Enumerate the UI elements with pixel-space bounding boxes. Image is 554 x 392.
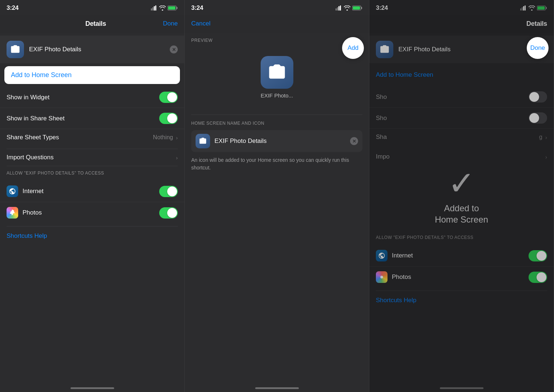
svg-rect-3 <box>155 5 156 11</box>
nav-bar-middle: Cancel Add <box>185 15 369 33</box>
photos-row-right[interactable]: Photos <box>369 267 554 288</box>
add-home-link-right[interactable]: Add to Home Screen <box>369 66 554 84</box>
photos-toggle-left[interactable] <box>159 207 178 219</box>
share-types-row-left[interactable]: Share Sheet Types Nothing › <box>0 129 184 146</box>
camera-icon-left <box>10 44 20 55</box>
status-icons-left <box>151 5 178 11</box>
svg-rect-20 <box>538 7 545 10</box>
nothing-value: Nothing <box>153 134 173 141</box>
status-bar-middle: 3:24 <box>185 0 369 15</box>
shortcuts-help-right[interactable]: Shortcuts Help <box>369 291 554 310</box>
checkmark-icon: ✓ <box>448 167 475 200</box>
internet-toggle-right[interactable] <box>529 250 547 261</box>
preview-app-name: EXIF Photo... <box>261 92 293 99</box>
status-time-middle: 3:24 <box>191 4 203 12</box>
access-section-right: Internet Photos <box>369 245 554 288</box>
internet-row-right[interactable]: Internet <box>369 245 554 267</box>
shortcut-row-left: EXIF Photo Details ✕ <box>0 36 184 63</box>
app-icon-left <box>7 41 24 58</box>
sho1-toggle-right[interactable] <box>529 91 547 103</box>
photos-label-right: Photos <box>392 273 411 281</box>
photos-toggle-right[interactable] <box>529 272 547 283</box>
chevron-icon: › <box>176 135 178 141</box>
flower-icon <box>9 209 16 216</box>
content-right: EXIF Photo Details ✕ Add to Home Screen … <box>369 33 554 310</box>
photos-label-left: Photos <box>23 209 42 216</box>
cancel-button[interactable]: Cancel <box>191 20 210 27</box>
sho2-toggle-right[interactable] <box>529 112 547 124</box>
status-bar-left: 3:24 <box>0 0 184 15</box>
shortcuts-help-left[interactable]: Shortcuts Help <box>0 227 184 245</box>
preview-section: PREVIEW EXIF Photo... <box>185 33 369 115</box>
show-widget-toggle[interactable] <box>159 92 178 103</box>
internet-row-left[interactable]: Internet <box>0 181 184 202</box>
home-screen-description: An icon will be added to your Home scree… <box>191 156 362 172</box>
done-button-left[interactable]: Done <box>163 20 178 27</box>
import-label-right: Impo <box>376 153 390 160</box>
internet-icon-right <box>376 250 388 261</box>
signal-icon-m <box>336 5 342 11</box>
home-indicator-right <box>440 387 483 389</box>
svg-rect-5 <box>177 7 177 9</box>
svg-rect-16 <box>523 6 524 11</box>
show-share-row-left[interactable]: Show in Share Sheet <box>0 108 184 129</box>
show-widget-row-right[interactable]: Sho <box>369 87 554 108</box>
status-bar-right: 3:24 <box>369 0 554 15</box>
svg-rect-0 <box>151 8 152 11</box>
internet-icon-left <box>7 185 18 197</box>
svg-rect-13 <box>353 7 360 10</box>
globe-icon <box>9 188 16 195</box>
svg-rect-19 <box>546 7 547 9</box>
show-share-label: Show in Share Sheet <box>7 115 65 122</box>
preview-app-icon <box>261 56 293 89</box>
home-close-btn[interactable]: ✕ <box>350 137 358 145</box>
share-types-row-right[interactable]: Sha g › <box>369 129 554 145</box>
nav-title-right: Details <box>526 20 547 28</box>
close-btn-left[interactable]: ✕ <box>170 45 178 53</box>
svg-rect-6 <box>168 7 176 10</box>
battery-icon <box>168 5 178 11</box>
status-time-left: 3:24 <box>7 4 19 12</box>
panel-left: 3:24 Details Done EXIF Photo Details ✕ A… <box>0 0 185 392</box>
done-button-circle-right[interactable]: Done <box>527 37 549 59</box>
photos-icon-left <box>7 207 18 219</box>
preview-camera-icon <box>268 63 286 82</box>
svg-rect-10 <box>340 5 341 11</box>
shortcut-row-right: EXIF Photo Details ✕ <box>369 36 554 63</box>
signal-icon-r <box>520 5 527 11</box>
sha-label-right: Sha <box>376 133 387 141</box>
added-badge: ✓ Added toHome Screen <box>435 167 488 225</box>
preview-label: PREVIEW <box>191 38 362 43</box>
svg-rect-1 <box>152 7 153 11</box>
home-screen-name-input[interactable] <box>214 137 346 145</box>
added-text: Added toHome Screen <box>435 203 488 225</box>
internet-toggle-left[interactable] <box>159 186 178 197</box>
internet-label-right: Internet <box>392 252 413 259</box>
show-share-toggle[interactable] <box>159 113 178 124</box>
internet-label-left: Internet <box>23 188 44 195</box>
add-button-circle[interactable]: Add <box>342 37 364 59</box>
svg-rect-7 <box>336 8 337 11</box>
wifi-icon-r <box>529 5 535 11</box>
import-row-right[interactable]: Impo › <box>369 148 554 165</box>
settings-section-right: Sho Sho Sha g › <box>369 87 554 145</box>
show-widget-row-left[interactable]: Show in Widget <box>0 87 184 108</box>
svg-rect-14 <box>520 8 521 11</box>
panel-middle: 3:24 Cancel Add PREVIEW EXIF Photo... HO… <box>185 0 369 392</box>
svg-rect-8 <box>337 7 338 11</box>
home-indicator-left <box>71 387 114 389</box>
svg-rect-9 <box>338 6 340 11</box>
panel-right: 3:24 Details Done EXIF Photo Details ✕ A… <box>369 0 554 392</box>
import-row-left[interactable]: Import Questions › <box>0 149 184 166</box>
shortcut-name-left: EXIF Photo Details <box>29 46 165 53</box>
photos-icon-right <box>376 271 388 283</box>
nav-bar-right: Details Done <box>369 15 554 33</box>
show-share-row-right[interactable]: Sho <box>369 108 554 129</box>
signal-icon <box>151 5 157 11</box>
add-home-row-left[interactable]: Add to Home Screen <box>4 66 180 84</box>
svg-rect-17 <box>525 5 526 11</box>
status-icons-middle <box>336 5 362 11</box>
svg-point-21 <box>380 276 383 279</box>
photos-row-left[interactable]: Photos <box>0 202 184 223</box>
status-time-right: 3:24 <box>376 4 388 12</box>
